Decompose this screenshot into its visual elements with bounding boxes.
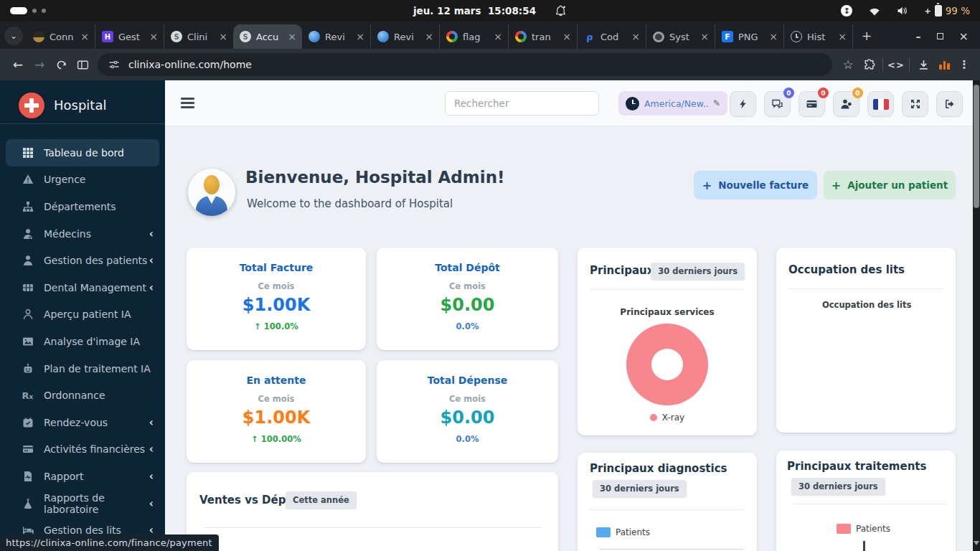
fullscreen-button[interactable]	[902, 91, 928, 117]
stat-period: Ce mois	[258, 281, 295, 291]
language-button[interactable]	[867, 91, 894, 117]
sidebar-item-finance[interactable]: Activités financières ‹	[0, 436, 165, 463]
download-icon[interactable]	[913, 59, 934, 71]
hamburger-menu-icon[interactable]	[181, 98, 194, 110]
chart-legend[interactable]: X-ray	[578, 413, 757, 423]
clock-menu[interactable]: jeu. 12 mars 15:08:54	[0, 0, 980, 22]
sidebar-item-ai-treatment-plan[interactable]: Plan de traitement IA	[0, 355, 165, 382]
prescription-rx-icon: Rx	[22, 390, 34, 402]
stat-card-total-invoice[interactable]: Total Facture Ce mois $1.00K ↑ 100.0%	[187, 248, 366, 350]
stat-period: Ce mois	[449, 281, 486, 291]
browser-tab[interactable]: Cod ×	[578, 24, 646, 49]
tab-close-icon[interactable]: ×	[79, 31, 90, 42]
system-tray[interactable]: ↕ + 99 %	[841, 0, 970, 22]
period-badge[interactable]: 30 derniers jours	[651, 263, 745, 280]
tab-close-icon[interactable]: ×	[354, 31, 366, 42]
back-button[interactable]: ←	[7, 57, 29, 72]
calendar-check-icon	[22, 416, 34, 428]
browser-tab[interactable]: Syst ×	[646, 24, 715, 49]
logout-button[interactable]	[936, 91, 963, 117]
sidebar-item-ai-image-analysis[interactable]: Analyse d'image IA	[0, 328, 165, 355]
favicon-sphere	[377, 31, 389, 42]
stat-card-total-deposit[interactable]: Total Dépôt Ce mois $0.00 0.0%	[377, 248, 558, 350]
tab-close-icon[interactable]: ×	[148, 31, 159, 42]
scrollbar-thumb[interactable]	[974, 85, 979, 208]
tab-search-button[interactable]: ⌄	[4, 27, 23, 45]
scrollbar-down-arrow[interactable]	[974, 541, 979, 545]
stat-card-pending[interactable]: En attente Ce mois $1.00K ↑ 100.00%	[187, 360, 366, 463]
split-view-icon[interactable]	[72, 59, 93, 71]
new-tab-button[interactable]: +	[857, 27, 876, 45]
browser-tab[interactable]: Conn ×	[27, 24, 95, 49]
tab-close-icon[interactable]: ×	[837, 31, 848, 42]
period-badge[interactable]: 30 derniers jours	[593, 480, 687, 497]
sidebar-item-lab-reports[interactable]: Rapports de laboratoire ‹	[0, 490, 165, 517]
logout-icon	[944, 98, 956, 110]
stat-period: Ce mois	[258, 394, 295, 404]
sidebar-item-departments[interactable]: Départements	[0, 193, 165, 220]
address-bar[interactable]: clinixa-online.com/home	[98, 53, 832, 76]
sidebar-item-dental[interactable]: Dental Management ‹	[0, 274, 165, 301]
quick-actions-button[interactable]	[730, 91, 756, 117]
tab-close-icon[interactable]: ×	[286, 31, 298, 42]
browser-tab[interactable]: flag ×	[440, 24, 509, 49]
tab-close-icon[interactable]: ×	[768, 31, 779, 42]
add-patient-button[interactable]: + Ajouter un patient	[824, 171, 956, 199]
period-badge[interactable]: 30 derniers jours	[791, 478, 885, 495]
devtools-code-icon[interactable]: <>	[886, 60, 906, 70]
chat-button[interactable]: 0	[764, 91, 791, 117]
extension-chart-icon[interactable]	[939, 60, 951, 70]
browser-tab[interactable]: PNG ×	[715, 24, 784, 49]
stat-card-total-expense[interactable]: Total Dépense Ce mois $0.00 0.0%	[377, 360, 558, 463]
site-settings-icon[interactable]	[108, 59, 121, 70]
plus-icon: +	[831, 179, 841, 192]
maximize-button[interactable]	[937, 33, 943, 39]
sidebar-item-emergency[interactable]: Urgence	[0, 166, 165, 194]
period-badge[interactable]: Cette année	[286, 491, 357, 509]
browser-tab[interactable]: Clini ×	[164, 24, 233, 49]
tab-close-icon[interactable]: ×	[561, 31, 573, 42]
new-invoice-button[interactable]: + Nouvelle facture	[694, 171, 817, 199]
tab-close-icon[interactable]: ×	[699, 31, 710, 42]
search-input[interactable]	[445, 91, 599, 116]
chart-axis-line	[599, 549, 744, 550]
tab-close-icon[interactable]: ×	[217, 31, 229, 42]
sidebar-item-dashboard[interactable]: Tableau de bord	[6, 139, 159, 166]
chart-legend[interactable]: Patients	[837, 524, 890, 534]
forward-button[interactable]: →	[29, 57, 50, 72]
stat-title: Total Dépense	[428, 375, 508, 386]
sidebar-item-report[interactable]: Rapport ‹	[0, 463, 165, 490]
billing-button[interactable]: 0	[798, 91, 825, 117]
browser-tab[interactable]: Revi ×	[371, 24, 440, 49]
favicon-history	[791, 31, 802, 42]
browser-tab[interactable]: tran ×	[509, 24, 578, 49]
edit-icon[interactable]: ✎	[713, 98, 720, 108]
browser-tab-active[interactable]: Accu ×	[233, 24, 302, 49]
minimize-button[interactable]: –	[916, 31, 921, 42]
browser-menu-icon[interactable]: ⋮	[956, 58, 973, 71]
close-window-button[interactable]: ×	[959, 29, 969, 43]
timezone-chip[interactable]: America/New... ✎	[618, 91, 727, 116]
sidebar-item-doctors[interactable]: Médecins ‹	[0, 220, 165, 248]
chart-legend[interactable]: Patients	[596, 527, 650, 537]
chat-badge: 0	[783, 88, 794, 98]
top-diagnostics-card: Principaux diagnostics 30 derniers jours…	[578, 453, 757, 551]
brand[interactable]: Hospital	[0, 80, 165, 122]
services-donut-chart[interactable]	[626, 324, 708, 405]
tab-close-icon[interactable]: ×	[423, 31, 435, 42]
browser-tab[interactable]: Revi ×	[302, 24, 371, 49]
sidebar-item-prescription[interactable]: Rx Ordonnance	[0, 382, 165, 409]
browser-tab[interactable]: Gest ×	[95, 24, 164, 49]
vertical-scrollbar[interactable]	[973, 80, 980, 551]
reload-button[interactable]	[50, 59, 72, 71]
sidebar-item-patients[interactable]: Gestion des patients ‹	[0, 247, 165, 274]
tab-close-icon[interactable]: ×	[492, 31, 504, 42]
browser-tab[interactable]: Hist ×	[784, 24, 853, 49]
bookmark-star-icon[interactable]: ☆	[838, 57, 858, 72]
tab-close-icon[interactable]: ×	[630, 31, 641, 42]
bed-occupancy-card: Occupation des lits Occupation des lits	[776, 248, 956, 433]
sidebar-item-appointments[interactable]: Rendez-vous ‹	[0, 409, 165, 436]
patient-requests-button[interactable]: 0	[833, 91, 859, 117]
sidebar-item-ai-patient-overview[interactable]: Aperçu patient IA	[0, 301, 165, 329]
extensions-puzzle-icon[interactable]	[858, 59, 880, 71]
